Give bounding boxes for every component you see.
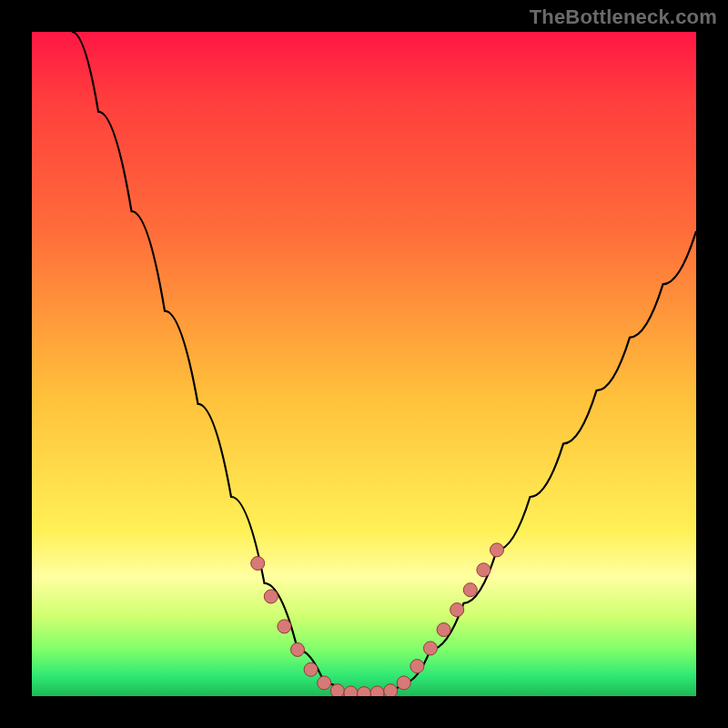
- data-dot: [318, 676, 331, 690]
- data-dot: [370, 686, 384, 696]
- data-dot: [291, 642, 305, 656]
- data-dot: [397, 676, 410, 690]
- data-dot: [477, 563, 490, 577]
- data-dot: [410, 660, 424, 673]
- data-dot: [330, 684, 344, 696]
- data-dot: [490, 543, 504, 557]
- plot-area: [32, 32, 696, 696]
- data-dot: [437, 623, 450, 637]
- data-dot: [278, 620, 291, 633]
- data-dot: [251, 557, 265, 571]
- chart-stage: TheBottleneck.com: [0, 0, 728, 728]
- curve-layer: [32, 32, 696, 696]
- data-dot: [344, 686, 358, 696]
- attribution-text: TheBottleneck.com: [530, 5, 717, 29]
- data-dot: [358, 687, 371, 696]
- bottleneck-dots: [251, 543, 504, 696]
- bottleneck-curve: [72, 32, 696, 693]
- data-dot: [463, 583, 477, 597]
- data-dot: [304, 662, 318, 676]
- frame-left: [0, 0, 32, 728]
- data-dot: [264, 590, 278, 603]
- frame-right: [696, 0, 728, 728]
- data-dot: [450, 603, 464, 617]
- frame-bottom: [0, 696, 728, 728]
- data-dot: [424, 642, 438, 655]
- data-dot: [384, 684, 398, 696]
